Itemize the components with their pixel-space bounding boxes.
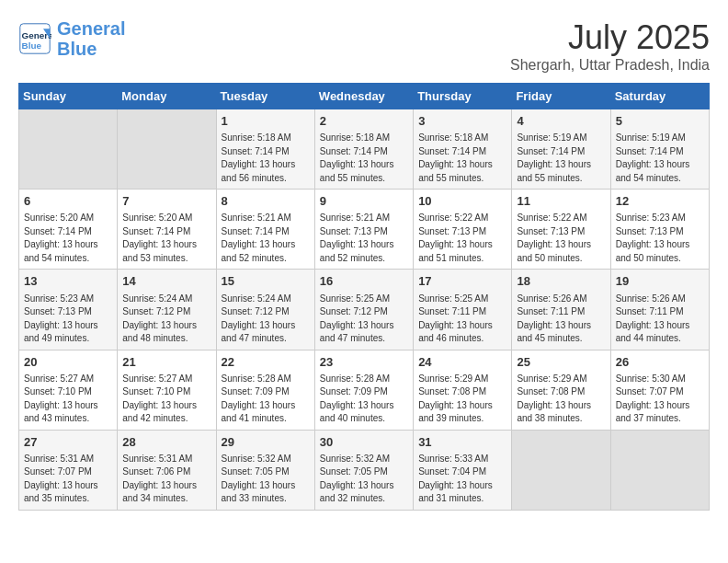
calendar-cell: 3Sunrise: 5:18 AMSunset: 7:14 PMDaylight… [414, 109, 512, 190]
calendar-cell: 15Sunrise: 5:24 AMSunset: 7:12 PMDayligh… [216, 270, 314, 350]
day-number: 11 [517, 193, 605, 210]
calendar-cell [610, 430, 709, 510]
day-number: 5 [616, 113, 704, 130]
day-number: 23 [320, 354, 408, 371]
calendar-cell [118, 109, 216, 190]
cell-info: Sunrise: 5:21 AMSunset: 7:13 PMDaylight:… [320, 212, 408, 265]
day-number: 16 [320, 273, 408, 290]
calendar-cell: 2Sunrise: 5:18 AMSunset: 7:14 PMDaylight… [314, 109, 413, 190]
day-number: 20 [24, 354, 112, 371]
cell-info: Sunrise: 5:19 AMSunset: 7:14 PMDaylight:… [616, 132, 704, 185]
location-subtitle: Shergarh, Uttar Pradesh, India [510, 57, 710, 74]
calendar-cell [512, 430, 610, 510]
calendar-cell: 9Sunrise: 5:21 AMSunset: 7:13 PMDaylight… [314, 190, 413, 270]
cell-info: Sunrise: 5:22 AMSunset: 7:13 PMDaylight:… [517, 212, 605, 265]
day-number: 2 [320, 113, 408, 130]
calendar-week-row: 1Sunrise: 5:18 AMSunset: 7:14 PMDaylight… [19, 109, 710, 190]
cell-info: Sunrise: 5:24 AMSunset: 7:12 PMDaylight:… [122, 293, 210, 346]
day-number: 4 [517, 113, 605, 130]
svg-text:Blue: Blue [22, 40, 42, 51]
column-header-monday: Monday [118, 84, 216, 109]
calendar-cell: 1Sunrise: 5:18 AMSunset: 7:14 PMDaylight… [216, 109, 314, 190]
calendar-cell: 10Sunrise: 5:22 AMSunset: 7:13 PMDayligh… [414, 190, 512, 270]
cell-info: Sunrise: 5:27 AMSunset: 7:10 PMDaylight:… [122, 373, 210, 426]
cell-info: Sunrise: 5:22 AMSunset: 7:13 PMDaylight:… [418, 212, 506, 265]
cell-info: Sunrise: 5:24 AMSunset: 7:12 PMDaylight:… [222, 293, 310, 346]
cell-info: Sunrise: 5:20 AMSunset: 7:14 PMDaylight:… [24, 212, 112, 265]
cell-info: Sunrise: 5:26 AMSunset: 7:11 PMDaylight:… [517, 293, 605, 346]
calendar-cell: 14Sunrise: 5:24 AMSunset: 7:12 PMDayligh… [118, 270, 216, 350]
calendar-cell: 17Sunrise: 5:25 AMSunset: 7:11 PMDayligh… [414, 270, 512, 350]
cell-info: Sunrise: 5:21 AMSunset: 7:14 PMDaylight:… [222, 212, 310, 265]
calendar-cell: 11Sunrise: 5:22 AMSunset: 7:13 PMDayligh… [512, 190, 610, 270]
day-number: 18 [517, 273, 605, 290]
cell-info: Sunrise: 5:20 AMSunset: 7:14 PMDaylight:… [122, 212, 210, 265]
day-number: 8 [222, 193, 310, 210]
cell-info: Sunrise: 5:25 AMSunset: 7:12 PMDaylight:… [320, 293, 408, 346]
cell-info: Sunrise: 5:29 AMSunset: 7:08 PMDaylight:… [418, 373, 506, 426]
cell-info: Sunrise: 5:18 AMSunset: 7:14 PMDaylight:… [418, 132, 506, 185]
cell-info: Sunrise: 5:18 AMSunset: 7:14 PMDaylight:… [320, 132, 408, 185]
column-header-sunday: Sunday [19, 84, 118, 109]
day-number: 13 [24, 273, 112, 290]
page-header: General Blue GeneralBlue July 2025 Sherg… [18, 18, 710, 74]
calendar-week-row: 20Sunrise: 5:27 AMSunset: 7:10 PMDayligh… [19, 350, 710, 430]
calendar-cell: 24Sunrise: 5:29 AMSunset: 7:08 PMDayligh… [414, 350, 512, 430]
calendar-cell: 25Sunrise: 5:29 AMSunset: 7:08 PMDayligh… [512, 350, 610, 430]
calendar-cell: 26Sunrise: 5:30 AMSunset: 7:07 PMDayligh… [610, 350, 709, 430]
calendar-cell: 5Sunrise: 5:19 AMSunset: 7:14 PMDaylight… [610, 109, 709, 190]
cell-info: Sunrise: 5:27 AMSunset: 7:10 PMDaylight:… [24, 373, 112, 426]
day-number: 21 [122, 354, 210, 371]
day-number: 17 [418, 273, 506, 290]
calendar-cell: 7Sunrise: 5:20 AMSunset: 7:14 PMDaylight… [118, 190, 216, 270]
column-header-wednesday: Wednesday [314, 84, 413, 109]
day-number: 10 [418, 193, 506, 210]
day-number: 31 [418, 434, 506, 451]
day-number: 12 [616, 193, 704, 210]
calendar-cell: 28Sunrise: 5:31 AMSunset: 7:06 PMDayligh… [118, 430, 216, 510]
cell-info: Sunrise: 5:33 AMSunset: 7:04 PMDaylight:… [418, 453, 506, 506]
cell-info: Sunrise: 5:18 AMSunset: 7:14 PMDaylight:… [222, 132, 310, 185]
cell-info: Sunrise: 5:32 AMSunset: 7:05 PMDaylight:… [222, 453, 310, 506]
day-number: 19 [616, 273, 704, 290]
day-number: 27 [24, 434, 112, 451]
title-block: July 2025 Shergarh, Uttar Pradesh, India [510, 18, 710, 74]
cell-info: Sunrise: 5:28 AMSunset: 7:09 PMDaylight:… [222, 373, 310, 426]
day-number: 9 [320, 193, 408, 210]
cell-info: Sunrise: 5:31 AMSunset: 7:06 PMDaylight:… [122, 453, 210, 506]
calendar-cell: 29Sunrise: 5:32 AMSunset: 7:05 PMDayligh… [216, 430, 314, 510]
column-header-tuesday: Tuesday [216, 84, 314, 109]
day-number: 30 [320, 434, 408, 451]
day-number: 1 [222, 113, 310, 130]
calendar-cell: 30Sunrise: 5:32 AMSunset: 7:05 PMDayligh… [314, 430, 413, 510]
day-number: 6 [24, 193, 112, 210]
calendar-cell: 16Sunrise: 5:25 AMSunset: 7:12 PMDayligh… [314, 270, 413, 350]
day-number: 3 [418, 113, 506, 130]
calendar-week-row: 6Sunrise: 5:20 AMSunset: 7:14 PMDaylight… [19, 190, 710, 270]
calendar-cell: 4Sunrise: 5:19 AMSunset: 7:14 PMDaylight… [512, 109, 610, 190]
month-year-title: July 2025 [510, 18, 710, 57]
calendar-cell: 20Sunrise: 5:27 AMSunset: 7:10 PMDayligh… [19, 350, 118, 430]
calendar-cell: 6Sunrise: 5:20 AMSunset: 7:14 PMDaylight… [19, 190, 118, 270]
cell-info: Sunrise: 5:26 AMSunset: 7:11 PMDaylight:… [616, 293, 704, 346]
day-number: 25 [517, 354, 605, 371]
day-number: 22 [222, 354, 310, 371]
calendar-cell: 19Sunrise: 5:26 AMSunset: 7:11 PMDayligh… [610, 270, 709, 350]
cell-info: Sunrise: 5:23 AMSunset: 7:13 PMDaylight:… [24, 293, 112, 346]
day-number: 7 [122, 193, 210, 210]
cell-info: Sunrise: 5:32 AMSunset: 7:05 PMDaylight:… [320, 453, 408, 506]
calendar-cell: 22Sunrise: 5:28 AMSunset: 7:09 PMDayligh… [216, 350, 314, 430]
cell-info: Sunrise: 5:19 AMSunset: 7:14 PMDaylight:… [517, 132, 605, 185]
cell-info: Sunrise: 5:25 AMSunset: 7:11 PMDaylight:… [418, 293, 506, 346]
cell-info: Sunrise: 5:30 AMSunset: 7:07 PMDaylight:… [616, 373, 704, 426]
day-number: 28 [122, 434, 210, 451]
column-header-saturday: Saturday [610, 84, 709, 109]
calendar-week-row: 13Sunrise: 5:23 AMSunset: 7:13 PMDayligh… [19, 270, 710, 350]
cell-info: Sunrise: 5:23 AMSunset: 7:13 PMDaylight:… [616, 212, 704, 265]
calendar-header-row: SundayMondayTuesdayWednesdayThursdayFrid… [19, 84, 710, 109]
calendar-cell: 18Sunrise: 5:26 AMSunset: 7:11 PMDayligh… [512, 270, 610, 350]
day-number: 29 [222, 434, 310, 451]
cell-info: Sunrise: 5:29 AMSunset: 7:08 PMDaylight:… [517, 373, 605, 426]
column-header-thursday: Thursday [414, 84, 512, 109]
column-header-friday: Friday [512, 84, 610, 109]
